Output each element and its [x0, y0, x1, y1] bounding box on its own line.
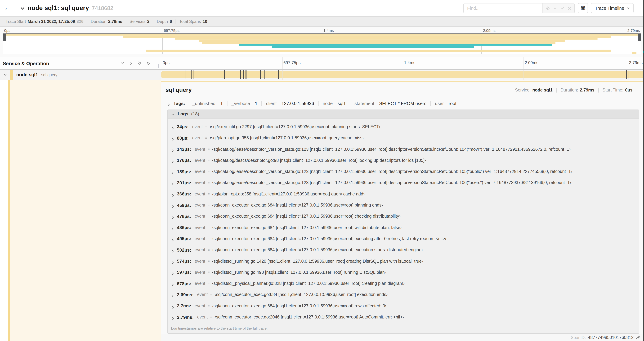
- log-row[interactable]: 2.69ms:event=‹sql/conn_executor_exec.go:…: [168, 289, 639, 300]
- log-expand-chevron-right-icon[interactable]: [171, 226, 174, 229]
- equals-sign: =: [208, 248, 210, 252]
- log-row[interactable]: 495μs:event=‹sql/conn_executor_exec.go:6…: [168, 233, 639, 244]
- timeline-gridline: [523, 70, 524, 80]
- log-expand-chevron-right-icon[interactable]: [171, 237, 174, 240]
- tag-key: statement: [354, 101, 374, 106]
- expand-all-double-chevron-right-icon[interactable]: [146, 61, 150, 66]
- log-row[interactable]: 142μs:event=‹sql/catalog/lease/descripto…: [168, 144, 639, 155]
- tag-item[interactable]: client=127.0.0.1:59936: [262, 101, 318, 106]
- view-dropdown-button[interactable]: Trace Timeline: [591, 3, 634, 13]
- span-name-cell[interactable]: node sql1 sql query: [0, 70, 161, 80]
- span-row: node sql1 sql query: [0, 70, 644, 80]
- log-row[interactable]: 486μs:event=‹sql/conn_executor_exec.go:6…: [168, 222, 639, 233]
- trace-info-item: Services2: [126, 19, 153, 24]
- log-row[interactable]: 201μs:event=‹sql/catalog/lease/descripto…: [168, 177, 639, 189]
- minimap-viewport[interactable]: [3, 33, 641, 54]
- log-field-name: event: [194, 225, 205, 230]
- log-field-name: event: [197, 315, 208, 319]
- log-expand-chevron-right-icon[interactable]: [171, 315, 174, 319]
- logs-label: Logs: [178, 111, 188, 117]
- log-expand-chevron-right-icon[interactable]: [171, 203, 174, 207]
- log-expand-chevron-right-icon[interactable]: [171, 293, 174, 296]
- equals-sign: =: [334, 101, 336, 106]
- locate-icon[interactable]: [544, 5, 551, 12]
- log-row[interactable]: 80μs:event=‹sql/plan_opt.go:358 [nsql1,c…: [168, 132, 639, 144]
- log-row[interactable]: 678μs:event=‹sql/distsql_physical_planne…: [168, 278, 639, 289]
- span-id-label: SpanID:: [571, 335, 586, 340]
- deep-link-icon[interactable]: [636, 335, 640, 340]
- log-row[interactable]: 502μs:event=‹sql/conn_executor_exec.go:6…: [168, 244, 639, 256]
- log-expand-chevron-right-icon[interactable]: [171, 159, 174, 162]
- column-resizer-handle[interactable]: ∥: [158, 64, 160, 68]
- log-event-value: ‹sql/distsql_running.go:1420 [nsql1,clie…: [212, 259, 423, 263]
- log-expand-chevron-right-icon[interactable]: [171, 215, 174, 218]
- prev-match-chevron-up-icon[interactable]: [551, 5, 558, 12]
- log-expand-chevron-right-icon[interactable]: [171, 271, 174, 274]
- logs-header[interactable]: Logs (18): [168, 110, 639, 119]
- trace-info-value: 2: [147, 19, 150, 24]
- log-row[interactable]: 459μs:event=‹sql/conn_executor_exec.go:6…: [168, 200, 639, 211]
- trace-info-value: March 31 2022, 17:25:09: [28, 19, 75, 24]
- tag-item[interactable]: _unfinished=1: [188, 101, 227, 106]
- find-input[interactable]: [464, 4, 542, 13]
- logs-collapse-chevron-down-icon[interactable]: [171, 112, 175, 116]
- trace-info-item: Depth6: [153, 19, 175, 24]
- span-bar-cell[interactable]: [161, 70, 644, 80]
- log-field-name: event: [194, 236, 205, 241]
- log-row[interactable]: 2.7ms:event=‹sql/conn_executor_exec.go:6…: [168, 300, 639, 311]
- collapse-all-double-chevron-down-icon[interactable]: [138, 61, 142, 66]
- tag-item[interactable]: statement=SELECT * FROM users: [350, 101, 430, 106]
- ruler-label: 2.79ms: [629, 60, 642, 65]
- span-meta-item: Duration:2.79ms: [556, 88, 598, 93]
- log-row[interactable]: 189μs:event=‹sql/catalog/lease/descripto…: [168, 166, 639, 177]
- log-row[interactable]: 2.79ms:event=‹sql/conn_executor_exec.go:…: [168, 311, 639, 323]
- collapse-trace-chevron-icon[interactable]: [20, 6, 25, 11]
- span-meta-item: Start Time:0μs: [598, 88, 636, 93]
- ruler-label: 2.09ms: [483, 29, 496, 33]
- minimap-span-bar: [239, 44, 552, 46]
- log-event-value: ‹sql/distsql_running.go:498 [nsql1,clien…: [212, 270, 386, 275]
- span-collapse-chevron-icon[interactable]: [0, 73, 10, 77]
- row-gutter: [0, 80, 8, 341]
- tag-item[interactable]: node=sql1: [318, 101, 350, 106]
- log-event-tick: [167, 70, 167, 79]
- log-expand-chevron-right-icon[interactable]: [171, 136, 174, 140]
- log-row[interactable]: 597μs:event=‹sql/distsql_running.go:498 …: [168, 267, 639, 278]
- log-row[interactable]: 34μs:event=‹sql/exec_util.go:2297 [nsql1…: [168, 121, 639, 133]
- clear-search-x-icon[interactable]: [566, 5, 573, 12]
- expand-one-chevron-right-icon[interactable]: [129, 61, 133, 66]
- log-expand-chevron-right-icon[interactable]: [171, 192, 174, 196]
- log-expand-chevron-right-icon[interactable]: [171, 181, 174, 185]
- log-expand-chevron-right-icon[interactable]: [171, 248, 174, 252]
- log-event-tick: [626, 70, 627, 79]
- tags-expand-chevron-right-icon[interactable]: [167, 102, 170, 105]
- tags-row[interactable]: Tags: _unfinished=1_verbose=1client=127.…: [161, 98, 644, 109]
- scrollbar-edge[interactable]: [643, 0, 644, 341]
- timeline-ruler: 0μs697.75μs1.4ms2.09ms2.79ms: [161, 57, 644, 69]
- keyboard-shortcuts-button[interactable]: ⌘: [578, 3, 588, 13]
- expanded-row-background: [10, 80, 161, 341]
- log-expand-chevron-right-icon[interactable]: [171, 304, 174, 307]
- log-event-value: ‹sql/catalog/descs/descriptor.go:98 [nsq…: [212, 158, 426, 163]
- log-expand-chevron-right-icon[interactable]: [171, 125, 174, 129]
- logs-section: Logs (18) 34μs:event=‹sql/exec_util.go:2…: [167, 110, 639, 334]
- log-expand-chevron-right-icon[interactable]: [171, 170, 174, 173]
- log-row[interactable]: 574μs:event=‹sql/distsql_running.go:1420…: [168, 256, 639, 267]
- log-expand-chevron-right-icon[interactable]: [171, 282, 174, 285]
- back-button[interactable]: ←: [0, 0, 15, 16]
- log-row[interactable]: 366μs:event=‹sql/plan_opt.go:358 [nsql1,…: [168, 188, 639, 200]
- tag-item[interactable]: user=root: [430, 101, 461, 106]
- log-row[interactable]: 176μs:event=‹sql/catalog/descs/descripto…: [168, 155, 639, 166]
- trace-info-label: Depth: [157, 19, 168, 24]
- log-expand-chevron-right-icon[interactable]: [171, 259, 174, 263]
- trace-title-group[interactable]: node sql1: sql query 7418682: [15, 5, 463, 12]
- log-expand-chevron-right-icon[interactable]: [171, 147, 174, 151]
- tag-item[interactable]: _verbose=1: [227, 101, 262, 106]
- collapse-one-chevron-down-icon[interactable]: [120, 61, 125, 66]
- equals-sign: =: [208, 281, 210, 285]
- minimap-left-handle: [3, 34, 6, 41]
- next-match-chevron-down-icon[interactable]: [558, 5, 566, 12]
- equals-sign: =: [208, 147, 210, 151]
- chevron-down-icon: [627, 7, 630, 10]
- log-row[interactable]: 476μs:event=‹sql/conn_executor_exec.go:6…: [168, 211, 639, 222]
